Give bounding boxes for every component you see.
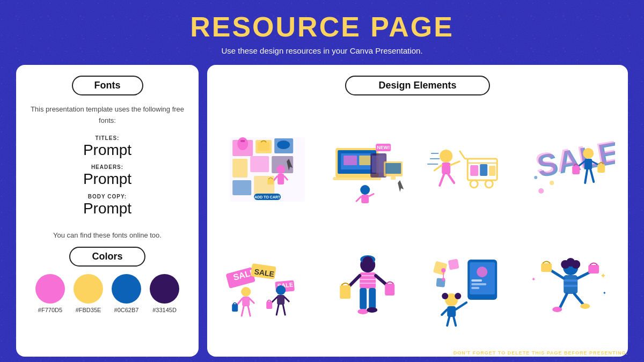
illus-svg-2: NEW!: [320, 132, 415, 207]
color-circle-yellow: [74, 274, 103, 304]
svg-line-81: [248, 306, 250, 316]
illus-svg-1: ADD TO CART: [220, 132, 315, 207]
fonts-label: Fonts: [72, 76, 143, 95]
svg-point-114: [441, 268, 445, 272]
illustration-3: [420, 113, 515, 227]
svg-point-13: [276, 165, 285, 174]
svg-point-9: [237, 137, 248, 150]
headers-label: HEADERS:: [29, 164, 186, 170]
svg-rect-49: [442, 162, 450, 174]
design-elements-label: Design Elements: [345, 76, 489, 95]
svg-rect-112: [448, 258, 459, 270]
svg-rect-28: [372, 156, 385, 173]
svg-point-83: [276, 285, 286, 295]
svg-line-79: [250, 299, 254, 303]
svg-text:ADD TO CART: ADD TO CART: [254, 195, 281, 199]
svg-rect-98: [369, 288, 376, 309]
svg-rect-109: [471, 283, 486, 285]
svg-text:NEW!: NEW!: [377, 145, 390, 150]
illus-svg-6: [320, 252, 415, 327]
svg-point-48: [440, 150, 452, 162]
svg-point-107: [477, 267, 487, 277]
svg-rect-63: [572, 166, 580, 174]
svg-rect-97: [360, 288, 367, 309]
illus-svg-5: SALE! SALE SALE: [220, 252, 315, 327]
svg-text:✦: ✦: [600, 271, 606, 280]
font-entries: TITLES: Prompt HEADERS: Prompt BODY COPY…: [29, 135, 186, 223]
svg-line-37: [369, 194, 374, 196]
svg-line-51: [448, 174, 454, 183]
svg-line-133: [577, 272, 590, 278]
font-entry-body: BODY COPY: Prompt: [29, 194, 186, 218]
svg-rect-110: [471, 287, 479, 289]
svg-rect-134: [541, 263, 552, 272]
svg-line-44: [459, 151, 465, 159]
svg-rect-11: [258, 142, 269, 151]
svg-point-92: [362, 256, 373, 267]
page-container: RESOURCE PAGE Use these design resources…: [0, 0, 644, 362]
color-swatches: #F770D5 #FBD35E #0C62B7 #33145D: [35, 274, 179, 313]
svg-point-100: [367, 307, 377, 313]
svg-point-123: [442, 293, 448, 299]
color-hex-yellow: #FBD35E: [76, 307, 101, 313]
svg-line-88: [283, 305, 285, 315]
svg-point-42: [485, 180, 493, 188]
illustration-4: SALE SALE: [521, 113, 616, 227]
illus-svg-7: [420, 252, 515, 327]
illus-svg-8: ✦ ✦ ✦: [521, 252, 616, 327]
illus-svg-3: [420, 132, 515, 207]
swatch-purple: #33145D: [150, 274, 179, 313]
illus-svg-4: SALE SALE: [521, 132, 616, 207]
svg-line-52: [434, 165, 442, 171]
svg-text:✦: ✦: [531, 276, 536, 282]
footer-note: DON'T FORGET TO DELETE THIS PAGE BEFORE …: [453, 350, 628, 356]
svg-line-36: [356, 196, 361, 202]
svg-rect-103: [340, 285, 350, 299]
svg-line-122: [453, 317, 456, 326]
svg-line-87: [276, 305, 279, 315]
font-entry-titles: TITLES: Prompt: [29, 135, 186, 159]
svg-point-41: [470, 180, 478, 188]
illustration-1: ADD TO CART: [220, 113, 315, 227]
color-hex-purple: #33145D: [152, 307, 177, 313]
colors-label: Colors: [69, 247, 145, 267]
svg-line-53: [450, 161, 459, 165]
svg-rect-8: [254, 176, 274, 195]
svg-line-132: [551, 270, 564, 278]
color-circle-blue: [112, 274, 141, 304]
svg-line-78: [237, 299, 242, 305]
svg-rect-14: [277, 174, 284, 184]
svg-rect-111: [433, 261, 448, 275]
svg-line-101: [349, 276, 360, 286]
svg-line-86: [284, 297, 289, 301]
illustration-8: ✦ ✦ ✦: [521, 232, 616, 346]
headers-font: Prompt: [29, 170, 186, 188]
svg-rect-47: [489, 166, 495, 176]
page-title: RESOURCE PAGE: [190, 11, 454, 43]
svg-line-80: [241, 306, 244, 316]
svg-point-34: [360, 185, 370, 195]
svg-point-67: [538, 188, 544, 194]
svg-rect-35: [361, 195, 369, 203]
svg-rect-130: [564, 279, 577, 282]
illustration-5: SALE! SALE SALE: [220, 232, 315, 346]
color-circle-purple: [150, 274, 179, 304]
svg-point-12: [277, 141, 290, 149]
svg-line-85: [272, 297, 277, 302]
svg-rect-104: [385, 284, 394, 295]
svg-rect-26: [359, 156, 371, 165]
svg-line-50: [440, 174, 444, 186]
font-entry-headers: HEADERS: Prompt: [29, 164, 186, 188]
svg-line-136: [560, 294, 567, 308]
color-circle-pink: [35, 274, 65, 304]
body-font: Prompt: [29, 200, 186, 218]
svg-rect-25: [343, 156, 357, 165]
swatch-yellow: #FBD35E: [74, 274, 103, 313]
svg-rect-129: [564, 275, 577, 294]
svg-point-69: [534, 176, 537, 179]
svg-rect-60: [584, 159, 592, 169]
main-content: Fonts This presentation template uses th…: [16, 65, 628, 357]
svg-rect-46: [480, 164, 487, 176]
left-panel: Fonts This presentation template uses th…: [16, 65, 199, 357]
colors-section: Colors #F770D5 #FBD35E #0C62B7: [29, 247, 186, 313]
